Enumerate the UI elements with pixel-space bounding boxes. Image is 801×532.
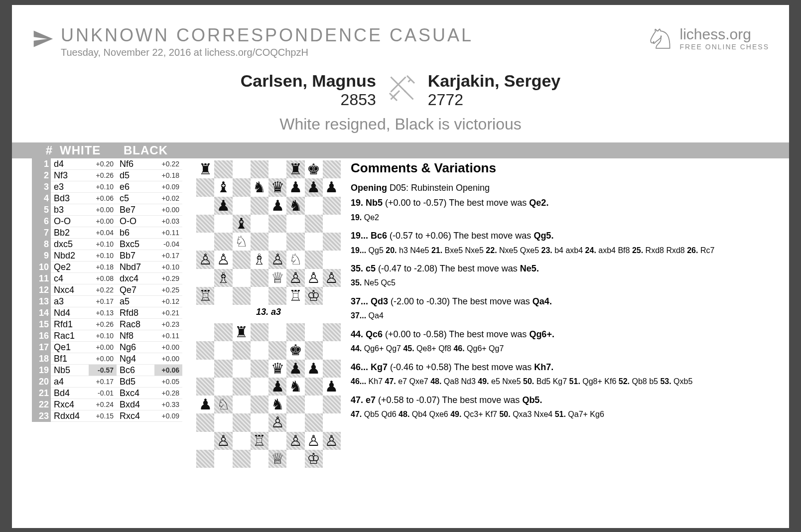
comment-eval: (+0.00 to -0.57) The best move was bbox=[383, 198, 529, 208]
move-number: 16 bbox=[32, 330, 51, 342]
move-number: 20 bbox=[32, 376, 51, 388]
board-square bbox=[214, 215, 232, 233]
white-name: Carlsen, Magnus bbox=[241, 71, 376, 91]
move-row: 21Bd4-0.01Bxc4+0.28 bbox=[32, 388, 186, 399]
board-square bbox=[323, 396, 341, 413]
board-square bbox=[214, 323, 232, 341]
board-square bbox=[251, 396, 268, 413]
board-square: ♙ bbox=[214, 432, 232, 450]
black-eval: +0.33 bbox=[154, 399, 182, 410]
white-eval: -0.01 bbox=[89, 388, 117, 399]
white-move: a3 bbox=[51, 296, 89, 307]
black-eval: +0.00 bbox=[154, 353, 182, 365]
white-move: d4 bbox=[51, 158, 89, 170]
header-left: UNKNOWN CORRESPONDENCE CASUAL Tuesday, N… bbox=[32, 25, 473, 58]
board-square bbox=[251, 160, 268, 178]
white-move: c4 bbox=[51, 273, 89, 284]
black-move: Ng6 bbox=[117, 342, 154, 353]
move-row: 8dxc5+0.10Bxc5-0.04 bbox=[32, 239, 186, 250]
black-eval: +0.29 bbox=[154, 273, 182, 284]
black-eval: +0.03 bbox=[154, 216, 182, 227]
white-eval: +0.10 bbox=[89, 239, 117, 250]
board-square: ♙ bbox=[214, 251, 232, 268]
move-row: 11c4+0.08dxc4+0.29 bbox=[32, 273, 186, 284]
move-number: 23 bbox=[32, 410, 51, 422]
white-eval: +0.15 bbox=[89, 410, 117, 422]
game-subtitle: Tuesday, November 22, 2016 at lichess.or… bbox=[61, 47, 473, 58]
board-square bbox=[196, 432, 214, 450]
board-square bbox=[233, 450, 251, 468]
move-number: 2 bbox=[32, 170, 51, 181]
board-square bbox=[233, 432, 251, 450]
board-square: ♟ bbox=[305, 360, 323, 378]
board-square bbox=[196, 215, 214, 233]
move-number: 6 bbox=[32, 216, 51, 227]
move-row: 12Nxc4+0.22Qe7+0.25 bbox=[32, 284, 186, 296]
boards-column: ♜♜♚♝♞♛♟♟♟♟♟♞♝♘♙♙♗♙♘♗♕♙♙♙♖♖♔ 13. a3 ♜♚♛♟♟… bbox=[196, 158, 341, 468]
col-white: WHITE bbox=[53, 143, 124, 157]
move-number: 4 bbox=[32, 193, 51, 204]
white-move: Qe1 bbox=[51, 342, 89, 353]
board-square bbox=[251, 341, 268, 359]
body: 1d4+0.20Nf6+0.222Nf3+0.26d5+0.183e3+0.10… bbox=[32, 158, 769, 468]
board-square: ♟ bbox=[286, 360, 304, 378]
black-move: d5 bbox=[117, 170, 154, 181]
white-eval: +0.00 bbox=[89, 342, 117, 353]
white-move: b3 bbox=[51, 204, 89, 216]
board-square bbox=[305, 197, 323, 215]
comment-item: 46... Kg7 (-0.46 to +0.58) The best move… bbox=[351, 361, 769, 373]
board-square: ♘ bbox=[233, 233, 251, 251]
black-move: Rac8 bbox=[117, 319, 154, 330]
white-eval: +0.18 bbox=[89, 262, 117, 273]
board-square: ♚ bbox=[286, 341, 304, 359]
board-square bbox=[233, 341, 251, 359]
comment-variation: 35. Ne5 Qc5 bbox=[351, 277, 769, 288]
white-eval: +0.04 bbox=[89, 227, 117, 239]
black-move: c5 bbox=[117, 193, 154, 204]
board-square bbox=[251, 287, 268, 305]
header-text: UNKNOWN CORRESPONDENCE CASUAL Tuesday, N… bbox=[61, 25, 473, 58]
white-move: Nb5 bbox=[51, 365, 89, 376]
white-eval: +0.24 bbox=[89, 399, 117, 410]
board-square bbox=[196, 178, 214, 196]
move-number: 8 bbox=[32, 239, 51, 250]
white-move: Nxc4 bbox=[51, 284, 89, 296]
black-eval: +0.00 bbox=[154, 204, 182, 216]
board-square bbox=[268, 215, 286, 233]
board-square bbox=[251, 269, 268, 287]
black-eval: +0.22 bbox=[154, 158, 182, 170]
board-square: ♝ bbox=[233, 215, 251, 233]
comment-item: 35. c5 (-0.47 to -2.08) The best move wa… bbox=[351, 263, 769, 274]
board-square bbox=[323, 251, 341, 268]
board-square bbox=[251, 413, 268, 431]
game-title: UNKNOWN CORRESPONDENCE CASUAL bbox=[61, 25, 473, 46]
comment-item: 19. Nb5 (+0.00 to -0.57) The best move w… bbox=[351, 197, 769, 209]
page: UNKNOWN CORRESPONDENCE CASUAL Tuesday, N… bbox=[12, 5, 789, 528]
board-square bbox=[214, 341, 232, 359]
board-square: ♟ bbox=[286, 178, 304, 196]
comment-best: Kh7. bbox=[534, 362, 553, 372]
comment-item: 47. e7 (+0.58 to -0.07) The best move wa… bbox=[351, 394, 769, 406]
black-eval: +0.23 bbox=[154, 319, 182, 330]
board-square bbox=[196, 378, 214, 396]
board-square bbox=[233, 378, 251, 396]
matchup: Carlsen, Magnus 2853 Karjakin, Sergey 27… bbox=[32, 71, 769, 133]
comment-lead: 37... Qd3 bbox=[351, 296, 388, 306]
move-number: 1 bbox=[32, 158, 51, 170]
white-move: Bd3 bbox=[51, 193, 89, 204]
players-row: Carlsen, Magnus 2853 Karjakin, Sergey 27… bbox=[32, 71, 769, 109]
move-number: 18 bbox=[32, 353, 51, 365]
board-square bbox=[214, 450, 232, 468]
board-square bbox=[323, 287, 341, 305]
white-move: Rfd1 bbox=[51, 319, 89, 330]
black-player: Karjakin, Sergey 2772 bbox=[428, 71, 560, 109]
comment-best: Qg5. bbox=[534, 231, 553, 241]
move-row: 1d4+0.20Nf6+0.22 bbox=[32, 158, 186, 170]
board-square bbox=[323, 413, 341, 431]
board-square bbox=[323, 197, 341, 215]
move-number: 3 bbox=[32, 181, 51, 193]
white-move: Bb2 bbox=[51, 227, 89, 239]
board-square: ♕ bbox=[268, 450, 286, 468]
swords-icon bbox=[387, 71, 417, 107]
black-move: O-O bbox=[117, 216, 154, 227]
